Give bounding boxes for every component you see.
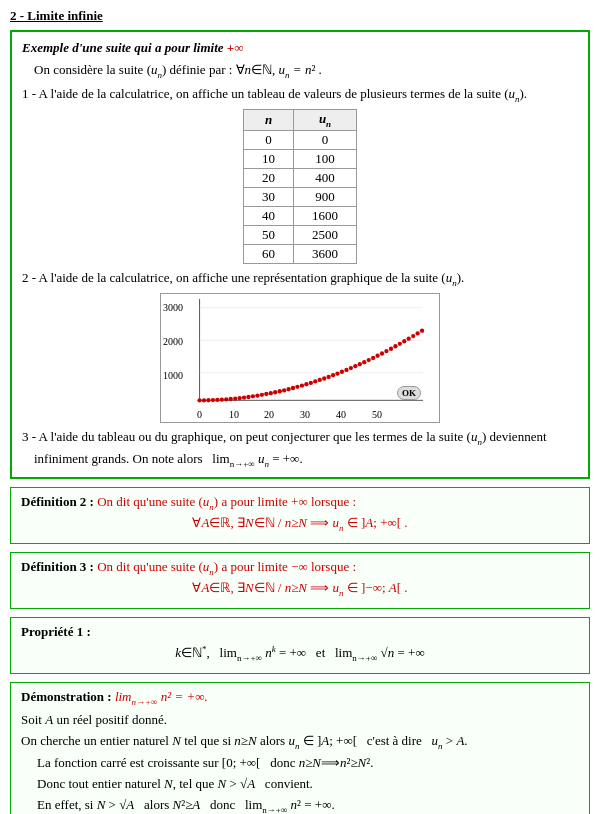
def3-red-text: On dit qu'une suite (un) a pour limite −…	[94, 559, 356, 574]
demo-line3: La fonction carré est croissante sur [0;…	[37, 753, 579, 774]
def2-formula: ∀A∈ℝ, ∃N∈ℕ / n≥N ⟹ un ∈ ]A; +∞[ .	[21, 515, 579, 533]
svg-point-21	[269, 391, 273, 395]
x-label-20: 20	[264, 409, 274, 420]
svg-point-52	[407, 337, 411, 341]
definition3-box: Définition 3 : On dit qu'une suite (un) …	[10, 552, 590, 609]
svg-point-13	[233, 397, 237, 401]
suite-definition: On considère la suite (un) définie par :…	[34, 62, 578, 80]
prop1-title: Propriété 1 :	[21, 624, 579, 640]
table-row: 603600	[244, 244, 357, 263]
x-label-40: 40	[336, 409, 346, 420]
svg-point-46	[380, 352, 384, 356]
svg-point-30	[309, 381, 313, 385]
svg-point-33	[322, 377, 326, 381]
graph-area: 3000 2000 1000 0 10 20 30 40 50 OK	[160, 293, 440, 423]
values-table: n un 00 10100 20400 30900 401600 502500 …	[243, 109, 357, 264]
example-box: Exemple d'une suite qui a pour limite +∞…	[10, 30, 590, 479]
svg-point-25	[286, 387, 290, 391]
un-notation: un	[151, 62, 162, 77]
x-label-30: 30	[300, 409, 310, 420]
svg-point-51	[402, 339, 406, 343]
svg-point-11	[224, 398, 228, 402]
def3-bold-label: Définition 3 :	[21, 559, 94, 574]
ok-badge: OK	[397, 386, 421, 400]
svg-point-15	[242, 396, 246, 400]
y-label-1000: 1000	[163, 370, 183, 381]
def2-bold-label: Définition 2 :	[21, 494, 94, 509]
svg-point-24	[282, 389, 286, 393]
svg-point-34	[326, 375, 330, 379]
table-row: 00	[244, 130, 357, 149]
x-label-0: 0	[197, 409, 202, 420]
section-title: 2 - Limite infinie	[10, 8, 590, 24]
svg-point-10	[220, 398, 224, 402]
demo-title: Démonstration : limn→+∞ n² = +∞.	[21, 689, 579, 707]
step3-text: infiniment grands. On note alors limn→+∞…	[34, 451, 578, 469]
example-title-prefix: Exemple d'une suite qui a pour limite	[22, 40, 227, 55]
def2-title: Définition 2 : On dit qu'une suite (un) …	[21, 494, 579, 512]
svg-point-39	[349, 366, 353, 370]
svg-point-22	[273, 390, 277, 394]
example-title: Exemple d'une suite qui a pour limite +∞	[22, 40, 578, 56]
prop1-formula: k∈ℕ*, limn→+∞ nk = +∞ et limn→+∞ √n = +∞	[21, 644, 579, 663]
demo-line1: Soit A un réel positif donné.	[21, 710, 579, 731]
svg-point-12	[229, 397, 233, 401]
demo-content: Soit A un réel positif donné. On cherche…	[21, 710, 579, 814]
svg-point-47	[384, 349, 388, 353]
svg-point-23	[278, 389, 282, 393]
svg-point-17	[251, 395, 255, 399]
demonstration-box: Démonstration : limn→+∞ n² = +∞. Soit A …	[10, 682, 590, 814]
svg-point-42	[362, 360, 366, 364]
svg-point-6	[202, 399, 206, 403]
demo-line4: Donc tout entier naturel N, tel que N > …	[37, 774, 579, 795]
svg-point-31	[313, 380, 317, 384]
x-label-50: 50	[372, 409, 382, 420]
svg-point-14	[237, 396, 241, 400]
definition2-box: Définition 2 : On dit qu'une suite (un) …	[10, 487, 590, 544]
demo-bold-label: Démonstration :	[21, 689, 115, 704]
col-n-header: n	[244, 110, 294, 131]
svg-point-38	[344, 368, 348, 372]
table-row: 401600	[244, 206, 357, 225]
svg-point-37	[340, 370, 344, 374]
svg-point-43	[367, 358, 371, 362]
page: 2 - Limite infinie Exemple d'une suite q…	[0, 0, 600, 814]
svg-point-40	[353, 364, 357, 368]
demo-red-formula: limn→+∞ n² = +∞.	[115, 689, 208, 704]
table-row: 502500	[244, 225, 357, 244]
y-label-3000: 3000	[163, 302, 183, 313]
x-label-10: 10	[229, 409, 239, 420]
def3-formula: ∀A∈ℝ, ∃N∈ℕ / n≥N ⟹ un ∈ ]−∞; A[ .	[21, 580, 579, 598]
property1-box: Propriété 1 : k∈ℕ*, limn→+∞ nk = +∞ et l…	[10, 617, 590, 674]
step1-label: 1 - A l'aide de la calculatrice, on affi…	[22, 86, 578, 104]
col-un-header: un	[294, 110, 357, 131]
svg-point-26	[291, 386, 295, 390]
def3-title: Définition 3 : On dit qu'une suite (un) …	[21, 559, 579, 577]
graph-container: 3000 2000 1000 0 10 20 30 40 50 OK	[22, 293, 578, 423]
y-label-2000: 2000	[163, 336, 183, 347]
svg-point-29	[304, 382, 308, 386]
svg-point-49	[393, 344, 397, 348]
step2-label: 2 - A l'aide de la calculatrice, on affi…	[22, 270, 578, 288]
svg-point-54	[415, 332, 419, 336]
svg-point-28	[300, 384, 304, 388]
table-row: 30900	[244, 187, 357, 206]
svg-point-53	[411, 334, 415, 338]
svg-point-45	[375, 354, 379, 358]
svg-point-50	[398, 342, 402, 346]
svg-point-27	[295, 385, 299, 389]
svg-point-9	[215, 398, 219, 402]
svg-point-5	[197, 399, 201, 403]
svg-point-18	[255, 394, 259, 398]
def2-red-text: On dit qu'une suite (un) a pour limite +…	[94, 494, 356, 509]
svg-point-16	[246, 395, 250, 399]
step3-label: 3 - A l'aide du tableau ou du graphique,…	[22, 429, 578, 447]
svg-point-55	[420, 329, 424, 333]
svg-point-7	[206, 398, 210, 402]
graph-svg	[161, 294, 439, 422]
svg-point-44	[371, 356, 375, 360]
svg-point-32	[318, 378, 322, 382]
prop1-bold-label: Propriété 1 :	[21, 624, 91, 639]
example-title-inf: +∞	[227, 40, 244, 55]
table-container: n un 00 10100 20400 30900 401600 502500 …	[22, 109, 578, 264]
